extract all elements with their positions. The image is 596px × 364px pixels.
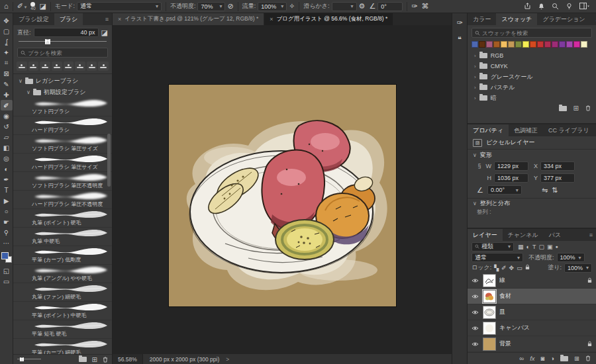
transform-section-header[interactable]: ∨ 変形 (468, 150, 596, 160)
new-swatch-button[interactable]: ⊞ (573, 105, 579, 112)
brush-preset-picker[interactable]: 40 (30, 2, 35, 11)
swatches-tab[interactable]: スウォッチ (496, 13, 537, 25)
status-chevron-icon[interactable]: > (226, 356, 229, 363)
layer-name[interactable]: 線 (499, 276, 582, 285)
filter-shape-icon[interactable]: ▢ (538, 244, 544, 250)
layer-thumbnail[interactable] (483, 322, 496, 335)
object-selection-tool-icon[interactable]: ✦ (1, 47, 13, 58)
align-section-header[interactable]: ∨ 整列と分布 (468, 198, 596, 208)
brush-tool-icon[interactable]: ✐ ▾ (17, 3, 27, 10)
layer-thumbnail[interactable] (483, 290, 496, 303)
recent-brush-icon[interactable] (75, 62, 85, 71)
brush-tool-icon[interactable]: ✐ (1, 100, 13, 111)
layer-opacity-select[interactable]: 100% ▾ (557, 253, 585, 262)
zoom-tool-icon[interactable]: ⚲ (1, 227, 13, 238)
brush-preset-item[interactable]: 平筆 (カーブ) 低剛度 (13, 246, 112, 265)
color-swatch[interactable] (522, 41, 529, 48)
pressure-size-icon[interactable]: ✑ (411, 3, 417, 10)
brush-preset-item[interactable]: ソフト円ブラシ 筆圧サイズ (13, 135, 112, 154)
lock-position-icon[interactable]: ✥ (509, 265, 515, 271)
healing-brush-tool-icon[interactable]: ✚ (1, 89, 13, 100)
swatch-group-グレースケール[interactable]: ›グレースケール (468, 71, 596, 82)
swatch-group-CMYK[interactable]: ›CMYK (468, 61, 596, 71)
panel-menu-icon[interactable]: ≡ (102, 13, 112, 25)
recent-brush-icon[interactable] (40, 62, 50, 71)
layer-name[interactable]: キャンバス (499, 324, 582, 332)
lock-all-icon[interactable] (525, 264, 530, 271)
color-swatch[interactable] (537, 41, 544, 48)
opacity-select[interactable]: 70% ▾ (197, 2, 225, 11)
eye-icon[interactable] (472, 341, 479, 347)
eraser-tool-icon[interactable]: ▱ (1, 132, 13, 142)
brush-folder-default[interactable]: ∨ 初期設定ブラシ (13, 87, 112, 98)
recent-brush-icon[interactable] (28, 62, 39, 71)
tab-brush-settings[interactable]: ブラシ設定 (13, 13, 54, 25)
layer-row-キャンバス[interactable]: キャンバス (468, 320, 596, 336)
workspace-icon[interactable] (579, 3, 589, 10)
color-swatch[interactable] (573, 41, 580, 48)
brush-preset-item[interactable]: 平筆 (ポイント) 中硬毛 (13, 302, 112, 320)
filter-toggle-icon[interactable]: ● (555, 244, 558, 249)
layer-row-食材[interactable]: 食材 (468, 289, 596, 304)
blend-mode-select[interactable]: 通常 ▾ (77, 2, 162, 11)
color-swatch[interactable] (566, 41, 573, 48)
bell-icon[interactable] (538, 3, 545, 10)
new-group-button[interactable] (559, 106, 567, 111)
recent-brush-icon[interactable] (87, 62, 97, 71)
document-tab-active[interactable]: ×ブログ用イラスト @ 56.6% (食材, RGB/8) * (264, 13, 393, 25)
share-icon[interactable] (524, 3, 531, 10)
layer-row-線[interactable]: 線 (468, 273, 596, 289)
brush-angle-field[interactable]: 0° (377, 2, 403, 11)
add-mask-icon[interactable]: ◙ (541, 355, 545, 362)
preview-size-slider[interactable] (17, 357, 41, 362)
properties-tab[interactable]: プロパティ (468, 124, 509, 136)
slider-thumb[interactable] (45, 39, 50, 44)
link-layers-icon[interactable]: ∞ (519, 355, 524, 362)
swatches-tab[interactable]: パターン (591, 13, 596, 25)
color-swatch[interactable] (472, 41, 478, 48)
hand-tool-icon[interactable]: ☛ (1, 216, 13, 227)
diameter-field[interactable]: 40 px (34, 28, 99, 37)
filter-pixel-icon[interactable]: ▦ (518, 244, 524, 250)
blur-tool-icon[interactable]: ◎ (1, 153, 13, 163)
layer-blend-mode-select[interactable]: 通常 ▾ (472, 253, 523, 262)
filter-adjustment-icon[interactable]: ◐ (526, 244, 530, 250)
color-swatch[interactable] (508, 41, 515, 48)
link-dimensions-icon[interactable]: § (477, 163, 482, 169)
eye-icon[interactable] (472, 278, 479, 283)
layers-tab[interactable]: レイヤー (468, 229, 503, 241)
color-chips[interactable] (1, 252, 12, 263)
filter-type-icon[interactable]: T (532, 244, 536, 250)
panel-menu-icon[interactable]: ≡ (586, 229, 596, 241)
layer-thumbnail[interactable] (483, 274, 496, 287)
brush-preset-item[interactable]: 平筆 (カーブ) 細硬毛 (13, 339, 112, 354)
gear-icon[interactable]: ⚙ (359, 3, 366, 10)
brush-preset-item[interactable]: ハード円ブラシ (13, 116, 112, 135)
scrollbar[interactable] (107, 134, 111, 187)
delete-layer-icon[interactable] (585, 355, 591, 361)
airbrush-icon[interactable]: ✧ (289, 3, 295, 10)
close-tab-icon[interactable]: × (270, 16, 273, 23)
canvas-pasteboard[interactable] (113, 25, 452, 353)
history-brush-tool-icon[interactable]: ↺ (1, 121, 13, 132)
new-adjustment-icon[interactable]: ◑ (550, 355, 554, 362)
brush-preset-item[interactable]: 丸筆 (アングル) やや硬毛 (13, 265, 112, 283)
brush-search-input[interactable] (28, 50, 105, 56)
recent-brush-icon[interactable] (52, 62, 62, 71)
collapsed-panel-comment-icon[interactable]: ❝ (458, 35, 462, 44)
brush-preset-item[interactable]: ハード円ブラシ 筆圧不透明度 (13, 191, 112, 209)
lightbulb-icon[interactable] (566, 3, 573, 10)
color-swatch[interactable] (552, 41, 558, 48)
y-field[interactable]: 377 px (540, 173, 575, 183)
swatch-search-box[interactable] (472, 28, 592, 38)
lock-pixels-icon[interactable]: ✐ (501, 265, 507, 271)
collapsed-panel-brush-icon[interactable]: ✑ (456, 19, 462, 27)
tab-brushes[interactable]: ブラシ (54, 13, 83, 25)
smoothing-select[interactable]: ▾ (332, 2, 357, 11)
new-group-icon[interactable] (560, 356, 568, 361)
eye-icon[interactable] (472, 310, 479, 315)
crop-tool-icon[interactable]: ⌗ (1, 58, 13, 68)
eye-icon[interactable] (472, 326, 479, 331)
swatch-group-RGB[interactable]: ›RGB (468, 50, 596, 61)
color-swatch[interactable] (486, 41, 493, 48)
